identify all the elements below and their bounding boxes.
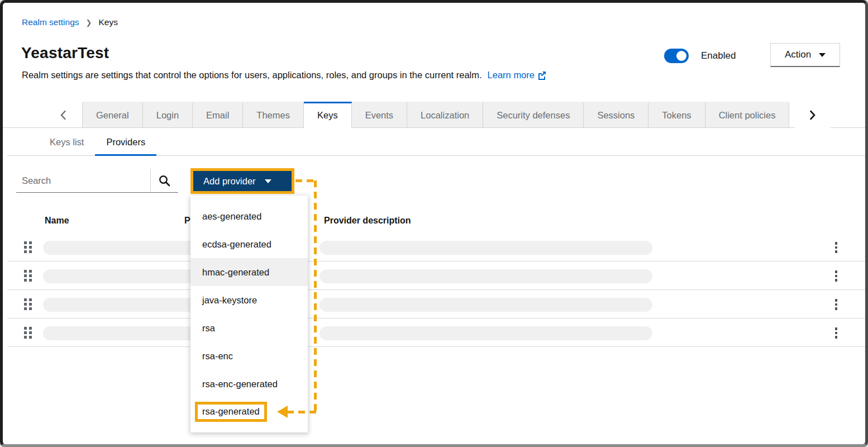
add-provider-menu: aes-generatedecdsa-generatedhmac-generat… (190, 196, 308, 432)
providers-table (7, 233, 865, 347)
tab-label: Keys (317, 110, 338, 121)
page-description-text: Realm settings are settings that control… (22, 70, 482, 80)
enabled-label: Enabled (701, 50, 736, 61)
tab-list: GeneralLoginEmailThemesKeysEventsLocaliz… (82, 102, 791, 128)
menu-item-java-keystore[interactable]: java-keystore (190, 286, 308, 314)
tab-general[interactable]: General (82, 102, 143, 128)
menu-item-ecdsa-generated[interactable]: ecdsa-generated (190, 230, 308, 258)
description-skeleton-pill (319, 269, 652, 283)
chevron-down-icon (819, 53, 826, 57)
chevron-right-icon (809, 110, 816, 120)
tab-label: Themes (256, 110, 290, 121)
menu-item-rsa[interactable]: rsa (190, 314, 308, 342)
enabled-toggle[interactable] (664, 49, 689, 63)
table-row (7, 290, 865, 318)
breadcrumb-keys: Keys (98, 17, 117, 27)
tab-tokens[interactable]: Tokens (648, 102, 705, 128)
menu-item-label: aes-generated (202, 211, 261, 222)
external-link-icon (537, 71, 546, 80)
menu-item-label: rsa-enc-generated (202, 379, 278, 389)
search-icon (159, 175, 170, 187)
tabs-scroll-right-button[interactable] (795, 102, 831, 128)
action-label: Action (785, 49, 811, 60)
breadcrumb: Realm settings ❯ Keys (22, 17, 118, 27)
menu-item-rsa-enc[interactable]: rsa-enc (190, 342, 308, 370)
kebab-menu-button[interactable] (829, 326, 843, 340)
menu-item-aes-generated[interactable]: aes-generated (190, 202, 308, 230)
search-group (16, 169, 178, 193)
menu-item-label: java-keystore (202, 295, 257, 306)
drag-handle-icon[interactable] (24, 241, 32, 253)
toggle-knob (676, 51, 686, 61)
tab-label: Localization (421, 110, 469, 121)
action-dropdown-button[interactable]: Action (770, 43, 840, 67)
tab-label: Sessions (597, 110, 635, 121)
page-description: Realm settings are settings that control… (22, 70, 546, 80)
description-skeleton-pill (319, 326, 652, 340)
subtab-strip: Keys listProviders (7, 129, 865, 156)
breadcrumb-chevron-icon: ❯ (86, 18, 92, 27)
chevron-left-icon (60, 110, 66, 120)
table-row (7, 261, 865, 290)
subtab-keys-list[interactable]: Keys list (39, 129, 95, 155)
kebab-menu-button[interactable] (829, 269, 843, 283)
app-window: Realm settings ❯ Keys YeastarTest Realm … (0, 0, 868, 447)
tab-label: Tokens (662, 110, 691, 121)
menu-item-label: hmac-generated (202, 267, 269, 278)
tab-label: Security defenses (497, 110, 570, 121)
subtab-label: Keys list (50, 137, 84, 148)
menu-item-label: ecdsa-generated (202, 239, 271, 250)
learn-more-label: Learn more (488, 70, 535, 80)
tab-label: Email (206, 110, 229, 121)
tab-security-defenses[interactable]: Security defenses (483, 102, 584, 128)
subtab-label: Providers (106, 137, 145, 148)
page-title: YeastarTest (21, 44, 109, 62)
add-provider-button[interactable]: Add provider (193, 171, 292, 191)
tab-events[interactable]: Events (352, 102, 407, 128)
tab-label: Login (156, 110, 179, 121)
annotation-dash-horizontal-bottom (287, 411, 317, 413)
add-provider-label: Add provider (203, 176, 256, 187)
menu-item-label: rsa-generated (195, 402, 267, 422)
menu-item-hmac-generated[interactable]: hmac-generated (190, 258, 308, 286)
column-header-name: Name (45, 216, 69, 226)
tab-login[interactable]: Login (143, 102, 193, 128)
annotation-arrow-icon (277, 406, 288, 418)
add-provider-annotation-box: Add provider (190, 168, 294, 194)
breadcrumb-realm-settings[interactable]: Realm settings (22, 17, 79, 27)
kebab-menu-button[interactable] (829, 240, 843, 255)
table-row (7, 233, 865, 261)
chevron-down-icon (265, 179, 271, 183)
menu-item-label: rsa-enc (202, 351, 233, 362)
description-skeleton-pill (319, 298, 652, 312)
tab-label: General (96, 110, 129, 121)
tab-label: Events (365, 110, 393, 121)
learn-more-link[interactable]: Learn more (488, 70, 546, 80)
tab-localization[interactable]: Localization (407, 102, 483, 128)
search-input[interactable] (16, 169, 150, 192)
menu-item-label: rsa (202, 323, 215, 334)
table-row (7, 318, 865, 347)
drag-handle-icon[interactable] (24, 270, 32, 282)
tab-label: Client policies (719, 110, 776, 121)
drag-handle-icon[interactable] (24, 327, 32, 339)
menu-item-rsa-enc-generated[interactable]: rsa-enc-generated (190, 370, 308, 398)
description-skeleton-pill (319, 241, 652, 255)
column-header-provider-description: Provider description (324, 216, 411, 226)
tabs-scroll-left-button[interactable] (52, 102, 74, 128)
tab-client-policies[interactable]: Client policies (705, 102, 790, 128)
tab-keys[interactable]: Keys (304, 102, 352, 128)
annotation-dash-vertical (314, 180, 317, 411)
drag-handle-icon[interactable] (24, 298, 32, 310)
subtab-providers[interactable]: Providers (95, 129, 156, 155)
search-button[interactable] (151, 169, 178, 192)
tab-email[interactable]: Email (193, 102, 243, 128)
tab-themes[interactable]: Themes (243, 102, 304, 128)
tab-sessions[interactable]: Sessions (584, 102, 648, 128)
kebab-menu-button[interactable] (829, 297, 843, 312)
